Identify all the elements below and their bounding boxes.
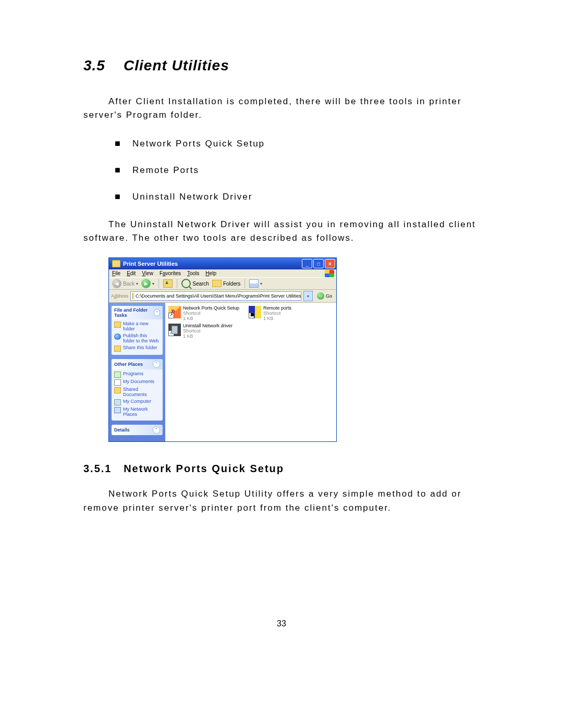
views-icon (249, 279, 259, 288)
chevron-up-icon: ˆ (154, 309, 160, 316)
separator (158, 279, 159, 288)
bullet-item: ■ Remote Ports (115, 165, 480, 176)
document-page: 3.5 Client Utilities After Client Instal… (0, 0, 563, 660)
chevron-up-icon: ˆ (153, 361, 160, 368)
forward-button[interactable]: ► ▾ (141, 279, 154, 288)
place-my-computer[interactable]: My Computer (114, 399, 160, 405)
documents-icon (114, 379, 121, 386)
task-share-folder[interactable]: Share this folder (114, 346, 160, 352)
folders-button[interactable]: Folders (212, 280, 240, 287)
address-input[interactable]: C:\Documents and Settings\All Users\Star… (130, 291, 301, 301)
dropdown-icon: ▾ (136, 281, 138, 286)
bullet-square-icon: ■ (115, 191, 132, 202)
close-button[interactable]: × (325, 259, 335, 268)
link-label: My Computer (123, 399, 151, 404)
subsection-heading: 3.5.1 Network Ports Quick Setup (83, 463, 480, 475)
subsection-number: 3.5.1 (83, 463, 112, 474)
menu-file[interactable]: File (112, 270, 120, 276)
folder-icon (112, 260, 120, 267)
panel-header[interactable]: Other Places ˆ (112, 359, 163, 369)
maximize-button[interactable]: □ (313, 259, 324, 268)
bullet-square-icon: ■ (115, 138, 132, 149)
dropdown-icon: ▾ (152, 281, 154, 286)
link-label: Make a new folder (123, 322, 160, 332)
folders-icon (212, 280, 222, 287)
shortcut-arrow-icon: ↗ (249, 313, 254, 318)
menubar: File Edit View Favorites Tools Help (109, 269, 336, 277)
folder-icon (114, 322, 121, 328)
back-button[interactable]: ◄ Back ▾ (112, 279, 138, 288)
go-arrow-icon: → (317, 292, 324, 300)
up-button[interactable] (163, 279, 173, 288)
bullet-item: ■ Network Ports Quick Setup (115, 138, 480, 149)
place-my-documents[interactable]: My Documents (114, 379, 160, 386)
link-label: Shared Documents (123, 387, 160, 398)
menu-view[interactable]: View (142, 270, 153, 276)
up-folder-icon (163, 279, 173, 288)
link-label: Share this folder (123, 346, 157, 351)
section-heading: 3.5 Client Utilities (83, 57, 480, 74)
tasks-sidebar: File and Folder Tasks ˆ Make a new folde… (109, 303, 165, 441)
address-bar: Address C:\Documents and Settings\All Us… (109, 290, 336, 303)
section-number: 3.5 (83, 57, 105, 73)
place-my-network-places[interactable]: My Network Places (114, 407, 160, 417)
details-panel: Details ˇ (112, 425, 163, 435)
folder-icon (132, 293, 133, 299)
bullet-item: ■ Uninstall Network Driver (115, 191, 480, 202)
search-icon (181, 279, 191, 288)
shared-icon (114, 387, 121, 393)
file-item-remote-ports[interactable]: ↗ Remote ports Shortcut 1 KB (249, 306, 324, 322)
place-shared-documents[interactable]: Shared Documents (114, 387, 160, 398)
folder-content-area[interactable]: ↗ Network Ports Quick Setup Shortcut 1 K… (165, 303, 336, 441)
chevron-down-icon: ˇ (153, 426, 160, 434)
page-number: 33 (83, 619, 480, 628)
subsection-title: Network Ports Quick Setup (124, 463, 284, 474)
task-make-new-folder[interactable]: Make a new folder (114, 322, 160, 332)
file-item-uninstall-network-driver[interactable]: ↗ Uninstall Network driver Shortcut 1 KB (168, 324, 243, 339)
file-size: 1 KB (263, 316, 291, 322)
link-label: My Documents (123, 379, 154, 385)
panel-title: Other Places (114, 362, 143, 367)
explorer-window: Print Server Utilities _ □ × File Edit V… (108, 257, 337, 442)
toolbar: ◄ Back ▾ ► ▾ Search Folders ▾ (109, 277, 336, 290)
separator (244, 279, 245, 288)
go-button[interactable]: → Go (315, 291, 334, 301)
minimize-button[interactable]: _ (302, 259, 312, 268)
file-item-network-ports-quick-setup[interactable]: ↗ Network Ports Quick Setup Shortcut 1 K… (168, 306, 243, 322)
search-label: Search (192, 281, 209, 287)
panel-header[interactable]: File and Folder Tasks ˆ (112, 306, 163, 319)
subsection-paragraph: Network Ports Quick Setup Utility offers… (83, 487, 480, 515)
panel-header[interactable]: Details ˇ (112, 425, 163, 435)
intro-paragraph: After Client Installation is completed, … (83, 95, 480, 122)
panel-title: Details (114, 427, 130, 433)
menu-help[interactable]: Help (205, 270, 216, 276)
forward-arrow-icon: ► (141, 279, 151, 288)
menu-tools[interactable]: Tools (187, 270, 199, 276)
link-label: Publish this folder to the Web (123, 334, 160, 344)
file-folder-tasks-panel: File and Folder Tasks ˆ Make a new folde… (112, 306, 163, 355)
windows-flag-icon (325, 270, 334, 277)
separator (177, 279, 177, 288)
section-title: Client Utilities (124, 57, 229, 73)
views-button[interactable]: ▾ (249, 279, 262, 288)
address-label: Address (111, 293, 128, 299)
address-dropdown-button[interactable]: ▾ (303, 291, 313, 301)
menu-favorites[interactable]: Favorites (160, 270, 181, 276)
bullet-square-icon: ■ (115, 165, 132, 176)
search-button[interactable]: Search (181, 279, 209, 288)
programs-icon (114, 372, 121, 378)
shortcut-arrow-icon: ↗ (168, 330, 174, 336)
globe-icon (114, 334, 121, 340)
menu-edit[interactable]: Edit (127, 270, 136, 276)
file-size: 1 KB (183, 334, 232, 339)
task-publish-folder[interactable]: Publish this folder to the Web (114, 334, 160, 344)
body-paragraph: The Uninstall Network Driver will assist… (83, 218, 480, 245)
computer-icon (114, 399, 121, 405)
dropdown-icon: ▾ (260, 281, 262, 286)
bullet-text: Remote Ports (132, 165, 199, 176)
titlebar[interactable]: Print Server Utilities _ □ × (109, 258, 336, 269)
network-icon (114, 407, 121, 413)
other-places-panel: Other Places ˆ Programs My Documents Sha… (112, 359, 163, 421)
file-size: 1 KB (183, 316, 239, 322)
place-programs[interactable]: Programs (114, 372, 160, 378)
